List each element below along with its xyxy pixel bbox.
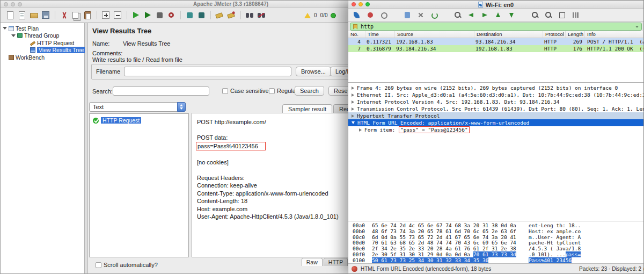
column-info[interactable]: Info	[585, 31, 643, 38]
hex-dump[interactable]: 00a065 6e 74 2d 4c 65 6e 67 74 68 3a 20 …	[348, 221, 643, 264]
result-item-http-request[interactable]: HTTP Request	[93, 117, 188, 124]
tree-item-view-results-tree[interactable]: View Results Tree	[1, 47, 84, 54]
stop-capture-icon[interactable]	[366, 11, 375, 19]
tree-item-http-request[interactable]: HTTP Request	[1, 39, 84, 47]
expander-icon[interactable]	[359, 128, 362, 132]
remote-stop-icon[interactable]	[197, 11, 206, 20]
go-previous-packet-icon[interactable]	[494, 11, 502, 19]
expander-open-icon[interactable]	[352, 121, 355, 124]
minimize-window-icon[interactable]	[358, 2, 363, 6]
column-destination[interactable]: Destination	[474, 31, 543, 38]
detail-form-urlencoded-selected[interactable]: HTML Form URL Encoded: application/x-www…	[348, 119, 643, 126]
new-testplan-icon[interactable]	[6, 11, 15, 20]
scroll-automatically-checkbox[interactable]: Scroll automatically?	[96, 262, 158, 268]
close-window-icon[interactable]	[352, 2, 356, 6]
clear-icon[interactable]	[215, 11, 224, 20]
resize-columns-icon[interactable]	[571, 11, 580, 19]
column-length[interactable]: Length	[566, 31, 585, 38]
expander-icon[interactable]	[352, 100, 354, 104]
detail-frame[interactable]: Frame 4: 269 bytes on wire (2152 bits), …	[348, 84, 643, 91]
name-field[interactable]: View Results Tree	[123, 40, 170, 47]
browse-button[interactable]: Browse...	[296, 67, 331, 76]
close-capture-icon[interactable]	[416, 11, 425, 19]
capture-options-icon[interactable]	[379, 11, 388, 19]
expander-icon[interactable]	[352, 107, 354, 111]
search-button[interactable]: Search	[295, 86, 324, 96]
detail-form-item[interactable]: Form item: "pass" = "Pass@123456"	[348, 126, 643, 133]
detail-tcp[interactable]: Transmission Control Protocol, Src Port:…	[348, 105, 643, 112]
template-icon[interactable]	[18, 11, 27, 20]
detail-text: HTML Form URL Encoded: application/x-www…	[357, 120, 529, 126]
packet-row-7[interactable]: 7 0.316879 93.184.216.34 192.168.1.83 HT…	[348, 45, 643, 52]
expander-icon[interactable]	[352, 93, 354, 97]
start-capture-icon[interactable]	[353, 11, 361, 19]
detail-ethernet[interactable]: Ethernet II, Src: Apple_d3:d0:a1 (a4:5e:…	[348, 91, 643, 98]
open-capture-icon[interactable]	[403, 11, 412, 19]
expander-icon[interactable]	[11, 34, 16, 37]
save-icon[interactable]	[41, 11, 50, 20]
toolbar-separator	[55, 11, 55, 19]
remote-start-icon[interactable]	[185, 11, 194, 20]
go-forward-icon[interactable]	[480, 11, 489, 19]
start-icon[interactable]	[131, 11, 141, 20]
expand-all-icon[interactable]	[101, 11, 111, 20]
filename-input[interactable]	[124, 67, 291, 76]
column-time[interactable]: Time	[365, 31, 395, 38]
collapse-all-icon[interactable]	[113, 11, 122, 20]
tree-item-thread-group[interactable]: Thread Group	[1, 32, 84, 40]
tree-item-label-selected: View Results Tree	[37, 47, 85, 53]
start-no-pauses-icon[interactable]	[143, 11, 152, 20]
search-toolbar-icon[interactable]	[245, 11, 254, 20]
checkbox-icon[interactable]	[96, 262, 101, 268]
filter-bookmark-icon[interactable]	[353, 24, 357, 30]
tree-item-workbench[interactable]: WorkBench	[1, 54, 84, 61]
packet-row-4[interactable]: 4 0.117321 192.168.1.83 93.184.216.34 HT…	[348, 38, 643, 45]
tab-raw[interactable]: Raw	[302, 258, 323, 266]
combo-arrows-icon[interactable]	[177, 102, 186, 112]
tab-sampler-result[interactable]: Sampler result	[282, 104, 332, 113]
results-tree-panel: HTTP Request	[89, 113, 189, 257]
column-no[interactable]: No.	[348, 31, 365, 38]
display-filter-input[interactable]: http	[350, 23, 642, 31]
zoom-reset-icon[interactable]	[558, 11, 566, 19]
find-packet-icon[interactable]	[453, 11, 462, 19]
checkbox-icon[interactable]	[269, 88, 275, 94]
reload-capture-icon[interactable]	[430, 11, 438, 19]
expander-icon[interactable]	[3, 27, 7, 30]
cut-icon[interactable]	[60, 11, 69, 20]
search-label: Search:	[92, 88, 113, 95]
zoom-window-icon[interactable]	[365, 2, 370, 6]
go-next-packet-icon[interactable]	[507, 11, 516, 19]
open-icon[interactable]	[30, 11, 39, 20]
detail-http[interactable]: Hypertext Transfer Protocol	[348, 112, 643, 119]
zoom-window-icon[interactable]	[18, 2, 22, 6]
minimize-window-icon[interactable]	[11, 2, 15, 6]
clear-all-icon[interactable]	[227, 11, 236, 20]
expander-icon[interactable]	[352, 86, 354, 90]
column-protocol[interactable]: Protocol	[543, 31, 566, 38]
tab-http[interactable]: HTTP	[324, 258, 348, 266]
search-reset-toolbar-icon[interactable]	[257, 11, 266, 20]
zoom-out-icon[interactable]	[544, 11, 553, 19]
view-mode-select[interactable]: Text	[89, 102, 186, 112]
tree-item-label: WorkBench	[16, 54, 45, 61]
filter-dropdown-icon[interactable]	[635, 26, 639, 28]
expert-info-icon[interactable]	[352, 266, 357, 272]
stop-icon[interactable]	[155, 11, 164, 20]
expander-icon[interactable]	[352, 114, 354, 118]
case-sensitive-checkbox[interactable]: Case sensitive	[222, 88, 269, 94]
go-back-icon[interactable]	[467, 11, 475, 19]
column-source[interactable]: Source	[395, 31, 474, 38]
search-input[interactable]	[113, 86, 209, 96]
success-check-icon	[93, 118, 99, 124]
paste-icon[interactable]	[83, 11, 92, 20]
checkbox-icon[interactable]	[222, 88, 228, 94]
detail-ip[interactable]: Internet Protocol Version 4, Src: 192.16…	[348, 98, 643, 105]
error-count: 0	[314, 12, 317, 18]
view-mode-value: Text	[93, 104, 104, 110]
zoom-in-icon[interactable]	[531, 11, 539, 19]
copy-icon[interactable]	[71, 11, 80, 20]
close-window-icon[interactable]	[4, 2, 8, 6]
shutdown-icon[interactable]	[167, 11, 176, 20]
tree-item-test-plan[interactable]: Test Plan	[1, 25, 84, 32]
